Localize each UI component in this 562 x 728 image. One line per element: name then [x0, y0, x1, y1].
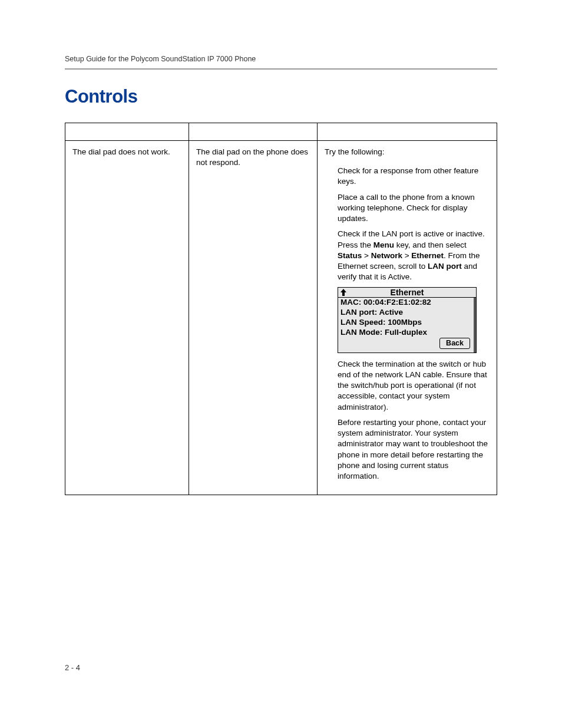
table-row: The dial pad does not work. The dial pad…	[65, 141, 497, 495]
up-arrow-icon	[339, 288, 348, 297]
problem-cell: The dial pad on the phone does not respo…	[189, 141, 318, 495]
status-menu-label: Status	[338, 251, 362, 260]
page-number: 2 - 4	[65, 663, 80, 672]
action-intro: Try the following:	[325, 147, 490, 157]
lcd-scrollbar	[474, 298, 476, 352]
back-button[interactable]: Back	[439, 338, 470, 349]
list-item: Check for a response from other feature …	[338, 166, 490, 187]
table-header-problem	[189, 123, 318, 141]
symptom-cell: The dial pad does not work.	[65, 141, 189, 495]
lcd-header: Ethernet	[338, 288, 476, 298]
lcd-mac-line: MAC: 00:04:F2:E1:02:82	[340, 298, 474, 308]
lcd-lan-port-line: LAN port: Active	[340, 308, 474, 318]
action-list: Check for a response from other feature …	[325, 166, 490, 282]
lcd-lan-mode-line: LAN Mode: Full-duplex	[340, 328, 474, 338]
ethernet-menu-label: Ethernet	[411, 251, 444, 260]
table-header-row	[65, 123, 497, 141]
list-item: Before restarting your phone, contact yo…	[338, 417, 490, 482]
network-menu-label: Network	[371, 251, 402, 260]
lcd-ethernet-panel: Ethernet MAC: 00:04:F2:E1:02:82 LAN port…	[338, 287, 477, 353]
guide-title: Setup Guide for the Polycom SoundStation…	[65, 55, 256, 63]
lcd-body: MAC: 00:04:F2:E1:02:82 LAN port: Active …	[338, 298, 476, 352]
list-item: Place a call to the phone from a known w…	[338, 192, 490, 225]
lan-port-label: LAN port	[428, 262, 462, 271]
list-item: Check the termination at the switch or h…	[338, 359, 490, 413]
page-header: Setup Guide for the Polycom SoundStation…	[65, 53, 497, 70]
table-header-symptom	[65, 123, 189, 141]
menu-key-label: Menu	[373, 241, 394, 249]
lcd-title: Ethernet	[391, 287, 424, 298]
section-heading: Controls	[65, 86, 497, 107]
troubleshooting-table: The dial pad does not work. The dial pad…	[65, 123, 497, 495]
table-header-action	[318, 123, 497, 141]
list-item: Check if the LAN port is active or inact…	[338, 229, 490, 282]
action-cell: Try the following: Check for a response …	[318, 141, 497, 495]
lcd-footer: Back	[340, 338, 474, 351]
action-list-continued: Check the termination at the switch or h…	[325, 359, 490, 482]
lcd-lan-speed-line: LAN Speed: 100Mbps	[340, 318, 474, 328]
